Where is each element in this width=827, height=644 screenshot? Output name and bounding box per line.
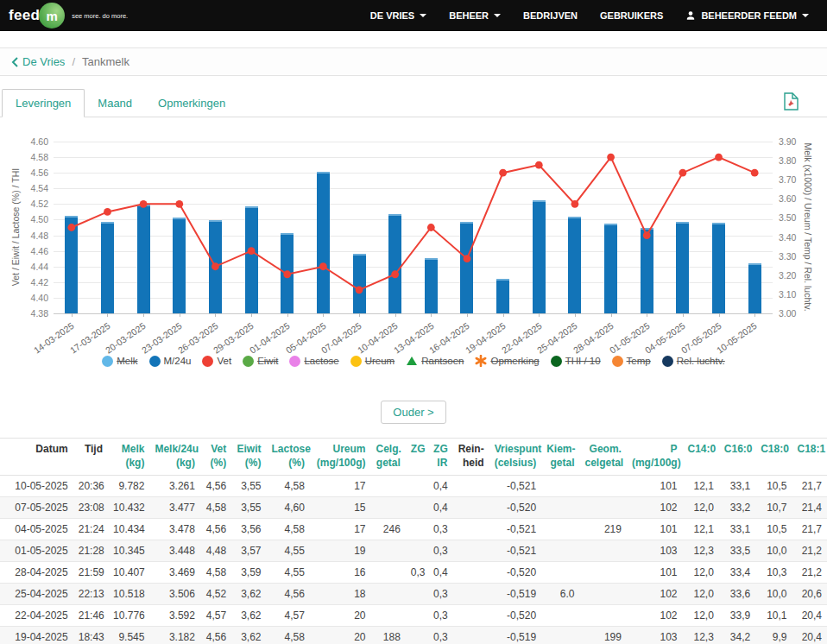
table-cell: 6.0 <box>541 584 579 605</box>
line-point <box>175 200 183 208</box>
table-head: DatumTijdMelk(kg)Melk/24u(kg)Vet(%)Eiwit… <box>0 439 827 476</box>
table-header-c18-1[interactable]: C18:1 <box>792 439 827 476</box>
back-chevron-icon[interactable] <box>11 57 18 67</box>
triangle-icon <box>406 356 418 366</box>
legend-item-vet[interactable]: Vet <box>202 356 231 367</box>
circle-icon <box>289 356 300 367</box>
legend-label: Ureum <box>365 356 395 366</box>
table-header-zg-ir[interactable]: ZGIR <box>428 439 452 476</box>
tab-leveringen[interactable]: Leveringen <box>2 89 85 117</box>
table-row: 28-04-202521:5910.4073.4694,583,594,5516… <box>0 562 827 584</box>
nav-item-label: DE VRIES <box>370 10 414 21</box>
older-button[interactable]: Ouder > <box>381 401 445 424</box>
nav-item-label: BEDRIJVEN <box>523 10 578 21</box>
table-cell: 20 <box>310 627 371 644</box>
legend-item-m-24u[interactable]: M/24u <box>149 356 192 367</box>
y-axis-right-tick-label: 3.70 <box>779 175 796 184</box>
tab-maand[interactable]: Maand <box>85 90 145 117</box>
table-cell: 199 <box>580 627 627 644</box>
table-cell: 34,2 <box>719 627 755 644</box>
legend-item-melk[interactable]: Melk <box>102 356 137 367</box>
table-cell: 101 <box>627 562 683 584</box>
table-header-celg-getal[interactable]: Celg.getal <box>371 439 406 476</box>
table-cell: 33,6 <box>719 584 755 605</box>
table-header-kiem-getal[interactable]: Kiem-getal <box>541 439 579 476</box>
table-cell <box>371 497 406 519</box>
pdf-icon <box>784 92 799 110</box>
table-cell <box>452 476 489 497</box>
legend-item-thi-10[interactable]: THI / 10 <box>551 356 601 367</box>
caret-down-icon <box>420 14 426 17</box>
table-cell: 12,1 <box>682 519 718 540</box>
table-row: 22-04-202521:4610.7763.5924,573,624,5720… <box>0 605 827 627</box>
table-cell: 17 <box>310 519 371 540</box>
table-header-melk-kg[interactable]: Melk(kg) <box>108 439 149 476</box>
legend-item-rel-luchtv[interactable]: Rel. luchtv. <box>662 356 725 367</box>
table-cell: -0,519 <box>489 584 542 605</box>
tab-opmerkingen[interactable]: Opmerkingen <box>145 90 238 117</box>
x-axis-label: 01-04-2025 <box>248 320 292 356</box>
table-cell <box>580 584 627 605</box>
table-header-ureum-mg-100g[interactable]: Ureum(mg/100g) <box>310 439 371 476</box>
pdf-export-button[interactable] <box>784 92 799 110</box>
table-cell: 10.432 <box>108 497 149 519</box>
header-title: Rein- <box>458 443 483 457</box>
circle-icon <box>612 356 623 367</box>
logo-tagline: see more. do more. <box>72 12 128 20</box>
table-cell: 12,0 <box>682 497 718 519</box>
table-cell <box>580 497 627 519</box>
table-cell <box>541 497 579 519</box>
table-cell: 10,5 <box>755 476 792 497</box>
legend-label: Lactose <box>304 356 338 366</box>
table-header-vet[interactable]: Vet(%) <box>200 439 231 476</box>
table-header-zg[interactable]: ZG <box>406 439 428 476</box>
table-cell: 20:36 <box>73 476 108 497</box>
table-cell: 21:59 <box>73 562 108 584</box>
nav-item-beheer[interactable]: BEHEER <box>438 0 512 31</box>
table-cell: 4,55 <box>267 540 310 562</box>
table-header-melk-24u-kg[interactable]: Melk/24u(kg) <box>149 439 199 476</box>
caret-down-icon <box>494 14 501 17</box>
header-unit: heid <box>458 457 483 470</box>
table-cell: 101 <box>627 476 683 497</box>
header-unit: (mg/100g) <box>632 457 678 470</box>
nav-item-bedrijven[interactable]: BEDRIJVEN <box>512 0 589 31</box>
table-header-eiwit[interactable]: Eiwit(%) <box>231 439 266 476</box>
table-cell: 12,1 <box>682 476 718 497</box>
table-cell: 4,57 <box>267 605 310 627</box>
legend-item-temp[interactable]: Temp <box>612 356 651 367</box>
breadcrumb-link-de-vries[interactable]: De Vries <box>22 55 65 68</box>
table-header-p-mg-100g[interactable]: P(mg/100g) <box>627 439 683 476</box>
line-point <box>643 231 651 239</box>
table-cell <box>541 562 579 584</box>
legend-item-eiwit[interactable]: Eiwit <box>243 356 278 367</box>
table-header-geom-celgetal[interactable]: Geom.celgetal <box>580 439 627 476</box>
nav-item-de-vries[interactable]: DE VRIES <box>359 0 438 31</box>
table-header-c16-0[interactable]: C16:0 <box>719 439 755 476</box>
table-cell <box>452 497 489 519</box>
legend-item-ureum[interactable]: Ureum <box>350 356 395 367</box>
legend-item-opmerking[interactable]: Opmerking <box>475 355 539 367</box>
table-row: 07-05-202523:0810.4323.4774,583,554,6015… <box>0 497 827 519</box>
nav-item-gebruikers[interactable]: GEBRUIKERS <box>589 0 674 31</box>
table-header-vriespunt-celsius[interactable]: Vriespunt(celsius) <box>489 439 542 476</box>
table-header-lactose[interactable]: Lactose(%) <box>267 439 310 476</box>
table-cell: 0,3 <box>428 627 452 644</box>
nav-item-beheerder-feedm[interactable]: BEHEERDER FEEDM <box>674 0 820 31</box>
table-cell: 4,56 <box>200 627 231 644</box>
nav-item-label: GEBRUIKERS <box>600 10 663 21</box>
table-header-c14-0[interactable]: C14:0 <box>682 439 718 476</box>
header-unit: (mg/100g) <box>315 457 366 470</box>
table-cell: 0,3 <box>428 519 452 540</box>
table-row: 19-04-202518:439.5453.1824,563,624,58201… <box>0 627 827 644</box>
table-header-c18-0[interactable]: C18:0 <box>755 439 792 476</box>
table-cell: 22-04-2025 <box>0 605 73 627</box>
table-cell: 101 <box>627 519 683 540</box>
legend-item-lactose[interactable]: Lactose <box>289 356 338 367</box>
table-cell: 10.518 <box>108 584 149 605</box>
header-title: C18:0 <box>761 443 786 457</box>
table-cell: 10.434 <box>108 519 149 540</box>
legend-item-rantsoen[interactable]: Rantsoen <box>406 356 464 366</box>
table-cell: -0,520 <box>489 562 542 584</box>
line-point <box>248 247 256 255</box>
